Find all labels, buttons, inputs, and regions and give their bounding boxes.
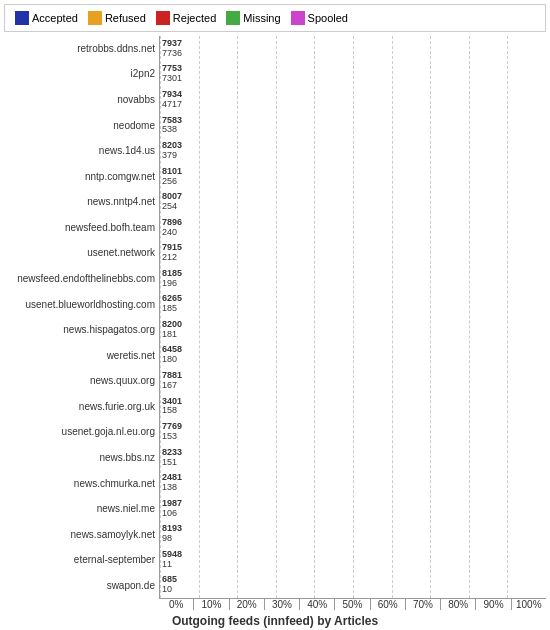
x-label: 0% (159, 599, 193, 610)
legend-label: Refused (105, 12, 146, 24)
legend-item-spooled: Spooled (291, 11, 348, 25)
x-label: 80% (440, 599, 475, 610)
y-labels: retrobbs.ddns.neti2pn2novabbsneodomenews… (4, 36, 159, 599)
bar-val2: 240 (162, 228, 182, 238)
bar-value-labels: 819398 (162, 524, 182, 544)
bar-val2: 7736 (162, 49, 182, 59)
bar-val2: 254 (162, 202, 182, 212)
bar-value-labels: 7881167 (162, 371, 182, 391)
legend-item-refused: Refused (88, 11, 146, 25)
bar-value-labels: 8185196 (162, 269, 182, 289)
bar-value-labels: 77537301 (162, 64, 182, 84)
bar-value-labels: 7896240 (162, 218, 182, 238)
legend-label: Spooled (308, 12, 348, 24)
legend-color (15, 11, 29, 25)
legend-item-missing: Missing (226, 11, 280, 25)
y-label: news.1d4.us (99, 146, 155, 156)
bar-value-labels: 7915212 (162, 243, 182, 263)
x-labels: 0%10%20%30%40%50%60%70%80%90%100% (159, 599, 546, 610)
bar-row: 8200181 (160, 317, 546, 343)
bar-val2: 167 (162, 381, 182, 391)
bar-row: 8101256 (160, 164, 546, 190)
bar-val2: 185 (162, 304, 182, 314)
bar-row: 6265185 (160, 291, 546, 317)
bar-value-labels: 8101256 (162, 167, 182, 187)
y-label: newsfeed.endofthelinebbs.com (17, 274, 155, 284)
bar-val2: 158 (162, 406, 182, 416)
y-label: news.samoylyk.net (71, 530, 155, 540)
legend-label: Accepted (32, 12, 78, 24)
bar-row: 8203379 (160, 138, 546, 164)
bar-val2: 379 (162, 151, 182, 161)
bar-row: 7915212 (160, 240, 546, 266)
bars-area: 7937773677537301793447177583538820337981… (159, 36, 546, 599)
bar-val2: 7301 (162, 74, 182, 84)
bar-value-labels: 8203379 (162, 141, 182, 161)
x-label: 30% (264, 599, 299, 610)
bar-value-labels: 79344717 (162, 90, 182, 110)
bar-row: 594811 (160, 547, 546, 573)
bar-row: 1987106 (160, 496, 546, 522)
bar-row: 7769153 (160, 419, 546, 445)
chart-container: AcceptedRefusedRejectedMissingSpooled re… (0, 0, 550, 630)
y-label: usenet.blueworldhosting.com (25, 300, 155, 310)
x-label: 90% (475, 599, 510, 610)
x-label: 50% (334, 599, 369, 610)
bar-val2: 106 (162, 509, 182, 519)
y-label: eternal-september (74, 555, 155, 565)
bar-val2: 212 (162, 253, 182, 263)
bar-row: 68510 (160, 572, 546, 598)
bar-row: 7881167 (160, 368, 546, 394)
x-label: 10% (193, 599, 228, 610)
bar-value-labels: 6458180 (162, 345, 182, 365)
y-label: i2pn2 (131, 69, 155, 79)
bar-row: 2481138 (160, 470, 546, 496)
y-label: news.niel.me (97, 504, 155, 514)
y-label: nntp.comgw.net (85, 172, 155, 182)
bar-val2: 538 (162, 125, 182, 135)
bar-row: 8233151 (160, 445, 546, 471)
legend-label: Missing (243, 12, 280, 24)
bar-value-labels: 6265185 (162, 294, 182, 314)
x-label: 100% (511, 599, 546, 610)
y-label: news.quux.org (90, 376, 155, 386)
bar-val2: 151 (162, 458, 182, 468)
bar-val2: 181 (162, 330, 182, 340)
bar-value-labels: 8200181 (162, 320, 182, 340)
bar-row: 7583538 (160, 113, 546, 139)
y-label: neodome (113, 121, 155, 131)
bar-row: 8185196 (160, 266, 546, 292)
y-label: weretis.net (107, 351, 155, 361)
legend-color (226, 11, 240, 25)
x-label: 70% (405, 599, 440, 610)
legend-item-rejected: Rejected (156, 11, 216, 25)
y-label: retrobbs.ddns.net (77, 44, 155, 54)
legend: AcceptedRefusedRejectedMissingSpooled (4, 4, 546, 32)
y-label: news.chmurka.net (74, 479, 155, 489)
bar-val2: 138 (162, 483, 182, 493)
y-label: usenet.network (87, 248, 155, 258)
bar-val2: 98 (162, 534, 182, 544)
y-label: swapon.de (107, 581, 155, 591)
bar-row: 79344717 (160, 87, 546, 113)
legend-item-accepted: Accepted (15, 11, 78, 25)
bar-value-labels: 7769153 (162, 422, 182, 442)
bar-row: 7896240 (160, 215, 546, 241)
y-label: news.nntp4.net (87, 197, 155, 207)
bar-value-labels: 8233151 (162, 448, 182, 468)
bar-val2: 4717 (162, 100, 182, 110)
bar-row: 79377736 (160, 36, 546, 62)
y-label: usenet.goja.nl.eu.org (62, 427, 155, 437)
x-label: 60% (370, 599, 405, 610)
chart-area: retrobbs.ddns.neti2pn2novabbsneodomenews… (0, 36, 550, 630)
y-label: news.bbs.nz (99, 453, 155, 463)
bar-row: 77537301 (160, 62, 546, 88)
bar-val2: 256 (162, 177, 182, 187)
bar-value-labels: 2481138 (162, 473, 182, 493)
bar-value-labels: 79377736 (162, 39, 182, 59)
bar-value-labels: 594811 (162, 550, 182, 570)
y-label: novabbs (117, 95, 155, 105)
x-label: 20% (229, 599, 264, 610)
bar-rows: 7937773677537301793447177583538820337981… (160, 36, 546, 598)
bar-row: 3401158 (160, 394, 546, 420)
